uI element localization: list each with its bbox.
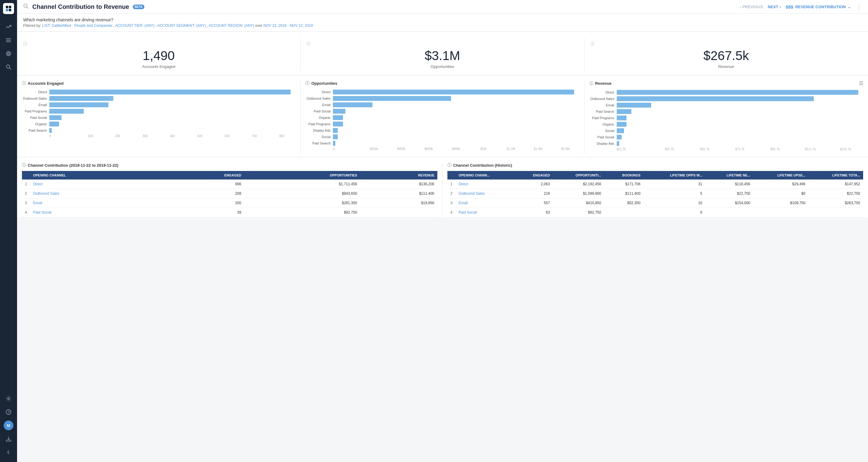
bar-fill [333, 90, 574, 94]
bar-fill [333, 115, 343, 120]
bar-container[interactable] [333, 128, 579, 133]
bar-container[interactable] [49, 115, 296, 120]
col-header[interactable]: LIFETIME NE... [705, 171, 753, 179]
account-region-filter[interactable]: ACCOUNT REGION: (ANY) [209, 24, 254, 28]
kpi-info-icon-3[interactable]: ⓘ [591, 41, 594, 47]
sidebar-item-gear[interactable] [2, 393, 14, 405]
svg-point-11 [8, 398, 9, 400]
bar-container[interactable] [333, 96, 579, 101]
bar-container[interactable] [617, 103, 863, 108]
bar-container[interactable] [617, 141, 863, 146]
bar-fill [49, 96, 113, 101]
col-engaged[interactable]: ENGAGED [164, 171, 244, 179]
historic-table-title: ⓘ Channel Contribution (Historic) [447, 163, 863, 168]
bar-container[interactable] [333, 103, 579, 107]
next-button[interactable]: NEXT › [768, 5, 781, 9]
col-header[interactable]: OPPORTUNITI... [553, 171, 604, 179]
bar-row: Direct [306, 90, 579, 94]
col-header[interactable]: BOOKINGS [604, 171, 644, 179]
bar-row: Organic [22, 122, 296, 126]
sidebar-item-export[interactable] [2, 433, 14, 445]
col-header[interactable]: OPENING CHANN... [456, 171, 516, 179]
bar-container[interactable] [617, 122, 863, 127]
previous-button[interactable]: ‹ PREVIOUS [740, 5, 763, 9]
row-channel[interactable]: Paid Social [30, 208, 165, 217]
bar-container[interactable] [333, 141, 579, 146]
bar-row: Paid Programs [22, 109, 296, 114]
svg-point-9 [6, 65, 10, 68]
table-info-icon-2[interactable]: ⓘ [447, 163, 452, 168]
row-channel[interactable]: Outbound Sales [30, 189, 165, 198]
col-header[interactable]: LIFETIME TOTA... [808, 171, 863, 179]
sidebar-logo[interactable] [3, 3, 14, 14]
row-lt-up: $29,496 [753, 179, 808, 189]
row-opps: $2,192,456 [553, 179, 604, 189]
date-range-filter[interactable]: NOV 22, 2018 - NOV 22, 2019 [264, 24, 313, 28]
row-channel[interactable]: Direct [30, 179, 165, 189]
bar-container[interactable] [617, 135, 863, 140]
row-channel[interactable]: Paid Social [456, 208, 516, 217]
bar-container[interactable] [617, 128, 863, 133]
user-avatar[interactable]: M [4, 421, 13, 430]
row-channel[interactable]: Direct [456, 179, 516, 189]
account-tier-filter[interactable]: ACCOUNT TIER: (ANY) [115, 24, 154, 28]
col-header[interactable]: ENGAGED [516, 171, 553, 179]
col-revenue[interactable]: REVENUE [360, 171, 437, 179]
sidebar-item-trending[interactable] [2, 21, 14, 33]
bar-container[interactable] [49, 103, 296, 107]
col-opps[interactable]: OPPORTUNITIES [244, 171, 360, 179]
chart-info-icon-1[interactable]: ⓘ [22, 81, 26, 86]
row-revenue: $111,400 [360, 189, 437, 198]
bar-fill [617, 90, 858, 95]
opportunities-chart: ⓘ Opportunities DirectOutbound SalesEmai… [301, 81, 584, 154]
revenue-chart-more-icon[interactable]: ☰ [859, 81, 863, 86]
sidebar-item-help[interactable]: ? [2, 406, 14, 418]
table-row: 2 Outbound Sales 216 $1,099,900 $111,400… [447, 189, 863, 198]
bar-container[interactable] [333, 115, 579, 120]
bar-fill [333, 135, 338, 139]
bar-fill [617, 103, 651, 108]
bar-container[interactable] [49, 96, 296, 101]
kpi-info-icon-1[interactable]: ⓘ [23, 41, 27, 47]
bar-container[interactable] [49, 109, 296, 114]
table-info-icon-1[interactable]: ⓘ [22, 163, 26, 168]
sidebar-item-list[interactable] [2, 34, 14, 46]
bar-container[interactable] [333, 109, 579, 114]
row-lt-total: $147,952 [808, 179, 863, 189]
header-search-icon[interactable] [23, 3, 29, 10]
sidebar-item-collapse[interactable] [2, 446, 14, 458]
bar-container[interactable] [617, 109, 863, 114]
col-channel[interactable]: OPENING CHANNEL [30, 171, 165, 179]
chart-info-icon-3[interactable]: ⓘ [589, 81, 593, 86]
bar-container[interactable] [49, 122, 296, 126]
bar-container[interactable] [617, 90, 863, 95]
sidebar-item-circle[interactable] [2, 48, 14, 60]
bar-row: Email [589, 103, 863, 108]
bar-container[interactable] [333, 122, 579, 126]
row-channel[interactable]: Outbound Sales [456, 189, 516, 198]
col-header[interactable]: LIFETIME OPPS W... [644, 171, 705, 179]
chart-info-icon-2[interactable]: ⓘ [306, 81, 309, 86]
kpi-info-icon-2[interactable]: ⓘ [307, 41, 311, 47]
bar-container[interactable] [333, 135, 579, 139]
sidebar-item-search[interactable] [2, 61, 14, 73]
row-channel[interactable]: Email [30, 198, 165, 208]
col-header[interactable]: LIFETIME UPSE... [753, 171, 808, 179]
bar-container[interactable] [333, 90, 579, 94]
accounts-axis: 0100200300400500600700800 [49, 135, 296, 138]
bar-fill [49, 109, 84, 114]
row-channel[interactable]: Email [456, 198, 516, 208]
row-bookings: $111,400 [604, 189, 644, 198]
bar-label: Paid Social [22, 116, 49, 119]
bar-container[interactable] [49, 128, 296, 133]
kpi-revenue-label: Revenue [718, 64, 734, 69]
more-options-icon[interactable]: ⋮ [856, 3, 862, 10]
row-engaged: 216 [516, 189, 553, 198]
bar-container[interactable] [617, 96, 863, 101]
bar-container[interactable] [49, 90, 296, 94]
list-filter-link[interactable]: LIST: CaliberMind - People and Companies [42, 24, 113, 28]
revenue-contribution-button[interactable]: $$$ REVENUE CONTRIBUTION ⌄ [786, 4, 851, 9]
bar-label: Email [22, 103, 49, 107]
account-segment-filter[interactable]: ACCOUNT SEGMENT: (ANY) [157, 24, 206, 28]
bar-container[interactable] [617, 115, 863, 120]
